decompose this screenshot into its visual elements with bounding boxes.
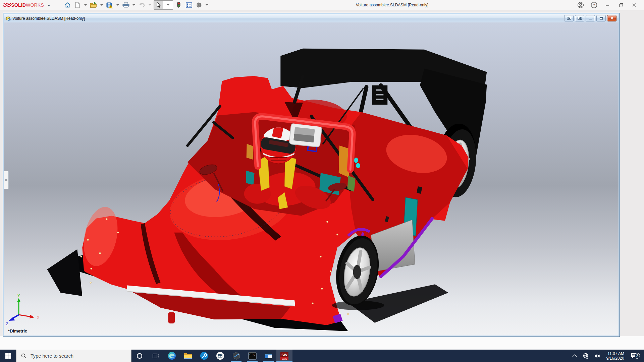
start-button[interactable] xyxy=(0,350,16,362)
edge-icon xyxy=(168,352,176,360)
notification-center-button[interactable]: 2 xyxy=(629,353,639,359)
undo-dropdown[interactable] xyxy=(149,4,151,6)
pane-right-icon xyxy=(578,17,582,20)
taskbar-app-file-explorer[interactable] xyxy=(180,350,196,362)
doc-minimize-button[interactable] xyxy=(586,15,595,21)
undo-icon xyxy=(139,2,145,8)
restore-icon xyxy=(619,3,623,7)
photos-icon xyxy=(216,352,224,360)
document-title: Voiture assomblee.SLDASM [Read-only] xyxy=(12,16,85,21)
wrench-tool-icon xyxy=(200,352,208,360)
svg-text:C:\_: C:\_ xyxy=(250,353,256,356)
doc-close-button[interactable] xyxy=(607,15,616,21)
windows-logo-icon xyxy=(5,353,11,359)
x-axis-label: X xyxy=(37,315,40,319)
restore-button[interactable] xyxy=(615,1,627,9)
viewport-3d[interactable]: Y X Z *Dimetric xyxy=(4,22,619,336)
save-button[interactable] xyxy=(105,0,114,10)
window-title: Voiture assomblee.SLDASM [Read-only] xyxy=(209,3,575,7)
traffic-light-icon xyxy=(177,2,181,8)
select-cursor-icon xyxy=(156,2,161,8)
save-dropdown[interactable] xyxy=(116,4,119,6)
new-document-icon xyxy=(75,2,80,8)
menu-flyout-arrow-icon[interactable]: ▸ xyxy=(48,3,50,7)
doc-restore-icon xyxy=(599,17,603,20)
account-button[interactable] xyxy=(575,1,586,9)
cortana-button[interactable] xyxy=(131,350,148,362)
close-button[interactable] xyxy=(629,1,640,9)
command-prompt-icon: C:\_ xyxy=(248,352,257,360)
svg-text:2020: 2020 xyxy=(282,357,287,360)
undo-button[interactable] xyxy=(138,0,146,10)
close-icon xyxy=(632,3,636,7)
car-model-svg[interactable] xyxy=(4,22,619,336)
air-intake-box xyxy=(289,123,322,147)
assembly-document-icon xyxy=(5,16,11,21)
select-tool-dropdown[interactable] xyxy=(163,1,173,9)
cortana-icon xyxy=(137,353,143,359)
notification-count-badge: 2 xyxy=(634,353,640,359)
taskbar-app-tools[interactable] xyxy=(196,350,212,362)
tray-chevron-button[interactable] xyxy=(571,350,578,362)
pane-tab-dot xyxy=(5,179,7,181)
doc-restore-button[interactable] xyxy=(596,15,606,21)
minimize-button[interactable] xyxy=(602,1,613,9)
task-view-button[interactable] xyxy=(148,350,164,362)
save-icon xyxy=(106,2,113,8)
solidworks-logo-light: WORKS xyxy=(26,2,44,8)
workspace-lower-strip xyxy=(0,336,644,350)
view-orientation-label: *Dimetric xyxy=(8,328,27,334)
show-pane-right-button[interactable] xyxy=(575,15,584,21)
evaluate-table-button[interactable] xyxy=(184,0,193,10)
clock-date: 9/16/2020 xyxy=(606,356,624,361)
quick-access-toolbar xyxy=(63,0,209,10)
print-icon xyxy=(122,2,129,8)
minimize-icon xyxy=(605,3,609,7)
window-controls: ? xyxy=(575,1,644,9)
options-button[interactable] xyxy=(195,0,203,10)
solidworks-logo: ЗS SOLID WORKS ▸ xyxy=(0,2,54,8)
solidworks-logo-mark: ЗS xyxy=(3,2,10,8)
z-axis-label: Z xyxy=(6,322,8,326)
volume-icon xyxy=(594,353,601,359)
taskbar-app-solidworks[interactable]: SW 2020 xyxy=(276,350,292,362)
open-dropdown[interactable] xyxy=(100,4,103,6)
taskbar-app-viewer3d[interactable] xyxy=(228,350,244,362)
network-button[interactable] xyxy=(581,350,590,362)
collapsed-pane-tab[interactable] xyxy=(4,171,9,189)
y-axis-label: Y xyxy=(17,294,20,298)
traffic-light-button[interactable] xyxy=(174,0,183,10)
new-document-button[interactable] xyxy=(73,0,82,10)
taskbar-app-edge[interactable] xyxy=(164,350,180,362)
taskbar-clock[interactable]: 11:37 AM 9/16/2020 xyxy=(605,351,626,361)
new-document-dropdown[interactable] xyxy=(84,4,87,6)
orientation-triad: Y X Z xyxy=(5,294,42,327)
document-titlebar[interactable]: Voiture assomblee.SLDASM [Read-only] xyxy=(4,14,619,23)
print-dropdown[interactable] xyxy=(132,4,135,6)
svg-text:SW: SW xyxy=(281,353,287,357)
taskbar-app-command-prompt[interactable]: C:\_ xyxy=(244,350,260,362)
print-button[interactable] xyxy=(121,0,130,10)
window-app-icon xyxy=(264,352,273,360)
volume-button[interactable] xyxy=(593,350,602,362)
taskbar-app-photos[interactable] xyxy=(212,350,228,362)
home-icon xyxy=(64,2,71,8)
taskbar-app-window-app[interactable] xyxy=(260,350,276,362)
doc-minimize-icon xyxy=(589,17,592,20)
workspace: Voiture assomblee.SLDASM [Read-only] xyxy=(0,10,644,350)
help-icon: ? xyxy=(591,2,597,8)
select-tool-group xyxy=(154,0,173,10)
select-tool-button[interactable] xyxy=(154,1,163,9)
evaluate-table-icon xyxy=(186,2,192,8)
open-button[interactable] xyxy=(89,0,98,10)
taskbar-search[interactable] xyxy=(16,350,131,362)
help-button[interactable]: ? xyxy=(588,1,600,9)
viewer-3d-icon xyxy=(232,352,240,360)
taskbar-spacer xyxy=(292,350,571,362)
home-button[interactable] xyxy=(63,0,72,10)
options-dropdown[interactable] xyxy=(206,4,208,6)
system-tray: 11:37 AM 9/16/2020 2 xyxy=(571,350,644,362)
screen: ЗS SOLID WORKS ▸ xyxy=(0,0,644,362)
search-input[interactable] xyxy=(30,353,118,359)
show-pane-left-button[interactable] xyxy=(564,15,574,21)
